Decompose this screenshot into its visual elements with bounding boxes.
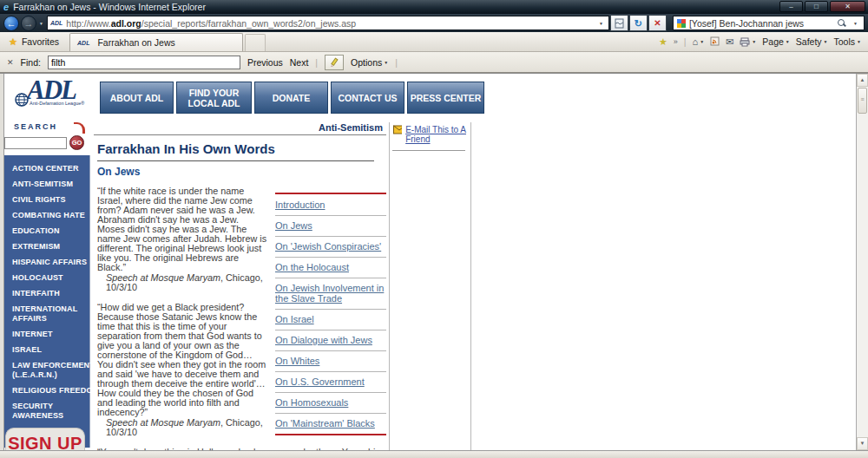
sidebar-item-internet[interactable]: INTERNET <box>4 326 89 342</box>
sidebar-item-interfaith[interactable]: INTERFAITH <box>4 285 89 301</box>
sidebar-item-anti-semitism[interactable]: ANTI-SEMITISM <box>4 176 89 192</box>
url-text: http://www.adl.org/special_reports/farra… <box>66 18 596 29</box>
tab-bar: ★ Favorites ADL Farrakhan on Jews ★ » | … <box>0 32 868 52</box>
envelope-icon <box>393 125 402 134</box>
find-previous-button[interactable]: Previous <box>247 57 283 68</box>
link-on-whites[interactable]: On Whites <box>275 351 386 372</box>
adl-logo-tagline: Anti-Defamation League® <box>30 101 102 106</box>
scroll-down-button[interactable]: ▼ <box>857 437 868 450</box>
quote-1-text: “If the white race is under the name Isr… <box>97 186 266 272</box>
scrollbar-thumb[interactable]: ≡ <box>858 88 867 114</box>
maximize-button[interactable]: □ <box>805 1 828 12</box>
search-box[interactable]: [Yosef] Ben-Jochannan jews ▼ <box>673 16 865 30</box>
link-introduction[interactable]: Introduction <box>275 195 386 216</box>
find-next-button[interactable]: Next <box>290 57 309 68</box>
link-on-the-holocaust[interactable]: On the Holocaust <box>275 258 386 278</box>
adl-logo[interactable]: ADL Anti-Defamation League® <box>15 77 102 106</box>
link-on-homosexuals[interactable]: On Homosexuals <box>275 393 386 414</box>
read-mail-icon[interactable]: ✉ <box>726 36 733 48</box>
sidebar-item-religious-freedom[interactable]: RELIGIOUS FREEDOM <box>4 383 89 398</box>
new-tab-stub[interactable] <box>245 34 266 51</box>
link-on-jewish-involvement-slave-trade[interactable]: On Jewish Involvement in the Slave Trade <box>275 278 386 310</box>
feeds-button[interactable] <box>710 36 720 48</box>
search-go-button[interactable]: GO <box>69 135 84 150</box>
sidebar-item-civil-rights[interactable]: CIVIL RIGHTS <box>4 192 89 207</box>
address-dropdown-icon[interactable]: ▼ <box>596 21 606 26</box>
link-on-israel[interactable]: On Israel <box>275 310 386 330</box>
web-page: ADL Anti-Defamation League® ABOUT ADL FI… <box>0 73 868 450</box>
section-label: Anti-Semitism <box>94 122 386 135</box>
address-bar[interactable]: ADL http://www.adl.org/special_reports/f… <box>47 16 609 30</box>
site-favicon: ADL <box>50 20 62 26</box>
in-page-menu: Introduction On Jews On 'Jewish Conspira… <box>275 193 386 448</box>
print-button[interactable]: ▼ <box>740 37 756 47</box>
sidebar-item-law-enforcement[interactable]: LAW ENFORCEMENT (L.E.A.R.N.) <box>4 357 89 383</box>
find-input[interactable] <box>48 56 240 69</box>
refresh-button[interactable]: ↻ <box>629 15 648 31</box>
site-search-input[interactable] <box>4 137 67 149</box>
sidebar-item-extremism[interactable]: EXTREMISM <box>4 239 89 254</box>
search-dropdown-icon[interactable]: ▼ <box>851 21 860 26</box>
sidebar-item-education[interactable]: EDUCATION <box>4 223 89 239</box>
sidebar-item-holocaust[interactable]: HOLOCAUST <box>4 270 89 285</box>
minimize-button[interactable]: – <box>779 1 803 12</box>
back-button[interactable]: ← <box>3 16 19 31</box>
home-icon: ⌂ <box>693 36 699 47</box>
nav-find-your-local-adl[interactable]: FIND YOUR LOCAL ADL <box>176 82 252 114</box>
forward-button[interactable]: → <box>21 16 36 31</box>
refresh-icon: ↻ <box>635 19 642 28</box>
favorites-button[interactable]: ★ Favorites <box>0 36 69 48</box>
window-titlebar: e Farrakhan on Jews - Windows Internet E… <box>0 0 868 14</box>
find-separator-2: | <box>395 57 398 68</box>
link-on-jewish-conspiracies[interactable]: On 'Jewish Conspiracies' <box>275 237 386 258</box>
history-dropdown-icon[interactable]: ▼ <box>39 21 43 26</box>
adl-logo-text: ADL <box>27 77 102 103</box>
nav-donate[interactable]: DONATE <box>254 82 328 114</box>
link-on-mainstream-blacks[interactable]: On 'Mainstream' Blacks <box>275 414 386 435</box>
overflow-chevrons-icon[interactable]: » <box>674 37 678 46</box>
feeds-icon <box>710 36 720 46</box>
site-nav: ABOUT ADL FIND YOUR LOCAL ADL DONATE CON… <box>100 82 484 114</box>
nav-contact-us[interactable]: CONTACT US <box>331 82 404 114</box>
quote-2-text: “How did we get a Black president? Becau… <box>97 302 266 417</box>
find-bar: ✕ Find: Previous Next | Options▼ | <box>0 52 868 73</box>
sidebar-item-security-awareness[interactable]: SECURITY AWARENESS <box>4 398 89 423</box>
site-header: ADL Anti-Defamation League® ABOUT ADL FI… <box>4 76 855 121</box>
add-favorite-icon[interactable]: ★ <box>659 36 667 48</box>
nav-press-center[interactable]: PRESS CENTER <box>407 82 484 114</box>
find-label: Find: <box>21 57 41 68</box>
nav-about-adl[interactable]: ABOUT ADL <box>100 82 174 114</box>
email-this-link[interactable]: E-Mail This to A Friend <box>405 125 469 144</box>
search-icon[interactable] <box>838 19 845 27</box>
stop-button[interactable]: ✕ <box>648 15 667 31</box>
find-close-icon[interactable]: ✕ <box>7 58 14 67</box>
favorites-star-icon: ★ <box>9 36 17 48</box>
link-on-dialogue-with-jews[interactable]: On Dialogue with Jews <box>275 330 386 351</box>
tab-farrakhan-on-jews[interactable]: ADL Farrakhan on Jews <box>69 33 243 51</box>
highlighter-icon <box>329 57 339 68</box>
sidebar-item-action-center[interactable]: ACTION CENTER <box>4 160 89 176</box>
scroll-up-button[interactable]: ▲ <box>857 74 868 87</box>
link-on-jews[interactable]: On Jews <box>275 216 386 237</box>
sign-up-button[interactable]: SIGN UP <box>5 428 85 450</box>
tab-title: Farrakhan on Jews <box>97 37 174 48</box>
tools-menu-button[interactable]: Tools▼ <box>834 36 861 47</box>
search-query: [Yosef] Ben-Jochannan jews <box>689 18 836 29</box>
ie-icon: e <box>3 2 9 12</box>
find-options-button[interactable]: Options▼ <box>351 57 388 68</box>
link-on-us-government[interactable]: On U.S. Government <box>275 372 386 393</box>
sidebar-item-israel[interactable]: ISRAEL <box>4 342 89 357</box>
home-button[interactable]: ⌂▼ <box>693 36 705 47</box>
sidebar-item-international-affairs[interactable]: INTERNATIONAL AFFAIRS <box>4 301 89 326</box>
highlight-toggle-button[interactable] <box>325 55 344 70</box>
sidebar-search-label: SEARCH <box>4 122 90 134</box>
sidebar-item-combating-hate[interactable]: COMBATING HATE <box>4 207 89 223</box>
page-menu-button[interactable]: Page▼ <box>762 36 789 47</box>
main-content: Anti-Semitism Farrakhan In His Own Words… <box>94 122 386 450</box>
compatibility-icon <box>615 18 624 29</box>
sidebar-item-hispanic-affairs[interactable]: HISPANIC AFFAIRS <box>4 254 89 270</box>
safety-menu-button[interactable]: Safety▼ <box>796 36 828 47</box>
close-button[interactable]: ✕ <box>830 1 865 12</box>
compatibility-view-button[interactable] <box>610 15 628 31</box>
vertical-scrollbar[interactable]: ▲ ≡ ▼ <box>856 74 868 450</box>
